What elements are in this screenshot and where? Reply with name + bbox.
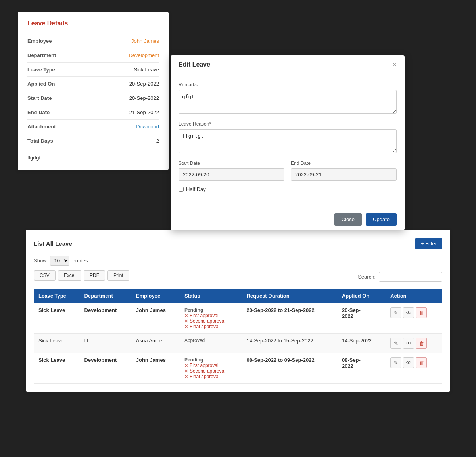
action-icons: ✎👁🗑 xyxy=(390,338,438,349)
detail-label: Department xyxy=(27,52,56,58)
detail-value: John James xyxy=(131,38,159,44)
leave-type-cell: Sick Leave xyxy=(34,334,80,353)
detail-label: Attachment xyxy=(27,124,56,130)
remarks-label: Remarks xyxy=(178,82,397,88)
csv-export-button[interactable]: CSV xyxy=(34,270,56,281)
search-label: Search: xyxy=(358,274,376,280)
detail-row: Applied On20-Sep-2022 xyxy=(27,77,159,91)
status-cell: Approved xyxy=(180,334,242,353)
detail-label: Start Date xyxy=(27,95,52,101)
action-cell: ✎👁🗑 xyxy=(386,334,442,353)
list-header: List All Leave + Filter xyxy=(34,238,442,249)
detail-value: 20-Sep-2022 xyxy=(129,81,159,87)
detail-value: Sick Leave xyxy=(134,67,159,73)
applied-on-cell: 08-Sep-2022 xyxy=(337,353,386,384)
modal-header: Edit Leave × xyxy=(171,55,405,74)
edit-icon[interactable]: ✎ xyxy=(390,307,401,318)
leave-details-card: Leave Details EmployeeJohn JamesDepartme… xyxy=(18,12,169,170)
department-cell: Development xyxy=(80,353,131,384)
leave-reason-textarea[interactable]: ffgrtgt xyxy=(178,129,397,153)
entries-select[interactable]: 10 25 50 xyxy=(50,256,69,266)
pdf-export-button[interactable]: PDF xyxy=(84,270,105,281)
leave-table: Leave TypeDepartmentEmployeeStatusReques… xyxy=(34,289,442,384)
detail-label: Total Days xyxy=(27,138,53,144)
table-header: Leave TypeDepartmentEmployeeStatusReques… xyxy=(34,289,442,303)
view-icon[interactable]: 👁 xyxy=(403,307,414,318)
filter-button[interactable]: + Filter xyxy=(415,238,442,249)
approval-item: Second approval xyxy=(184,368,237,374)
approval-item: Final approval xyxy=(184,324,237,329)
half-day-row: Half Day xyxy=(178,186,397,192)
list-leave-panel: List All Leave + Filter Show 10 25 50 en… xyxy=(26,230,450,392)
modal-title: Edit Leave xyxy=(178,61,210,68)
view-icon[interactable]: 👁 xyxy=(403,357,414,368)
delete-icon[interactable]: 🗑 xyxy=(416,338,427,349)
detail-value: 21-Sep-2022 xyxy=(129,109,159,115)
modal-body: Remarks gfgt Leave Reason* ffgrtgt Start… xyxy=(171,74,405,208)
edit-leave-modal: Edit Leave × Remarks gfgt Leave Reason* … xyxy=(171,55,405,230)
duration-cell: 20-Sep-2022 to 21-Sep-2022 xyxy=(242,303,337,334)
status-main: Approved xyxy=(184,338,237,343)
leave-type-cell: Sick Leave xyxy=(34,353,80,384)
half-day-checkbox[interactable] xyxy=(178,187,184,192)
date-row: Start Date End Date xyxy=(178,161,397,181)
edit-icon[interactable]: ✎ xyxy=(390,357,401,368)
remarks-group: Remarks gfgt xyxy=(178,82,397,115)
table-col-status: Status xyxy=(180,289,242,303)
detail-label: Leave Type xyxy=(27,67,55,73)
table-col-request-duration: Request Duration xyxy=(242,289,337,303)
view-icon[interactable]: 👁 xyxy=(403,338,414,349)
start-date-col: Start Date xyxy=(178,161,284,181)
leave-reason-group: Leave Reason* ffgrtgt xyxy=(178,121,397,154)
table-col-applied-on: Applied On xyxy=(337,289,386,303)
show-label: Show xyxy=(34,258,47,264)
status-main: Pending xyxy=(184,307,237,313)
list-title-prefix: List xyxy=(34,240,44,247)
table-row: Sick LeaveDevelopmentJohn JamesPendingFi… xyxy=(34,353,442,384)
table-col-department: Department xyxy=(80,289,131,303)
detail-row: Leave TypeSick Leave xyxy=(27,63,159,77)
excel-export-button[interactable]: Excel xyxy=(58,270,81,281)
action-icons: ✎👁🗑 xyxy=(390,357,438,368)
detail-row: Start Date20-Sep-2022 xyxy=(27,91,159,105)
duration-cell: 08-Sep-2022 to 09-Sep-2022 xyxy=(242,353,337,384)
detail-row: AttachmentDownload xyxy=(27,120,159,134)
print-export-button[interactable]: Print xyxy=(107,270,129,281)
edit-icon[interactable]: ✎ xyxy=(390,338,401,349)
employee-cell: John James xyxy=(131,353,180,384)
half-day-label: Half Day xyxy=(186,186,206,192)
update-button[interactable]: Update xyxy=(366,213,397,226)
leave-reason-label: Leave Reason* xyxy=(178,121,397,127)
modal-footer: Close Update xyxy=(171,208,405,230)
export-buttons: CSVExcelPDFPrint xyxy=(34,270,129,281)
action-icons: ✎👁🗑 xyxy=(390,307,438,318)
search-bar: Search: xyxy=(358,272,442,282)
list-title-suffix: Leave xyxy=(55,240,72,247)
table-row: Sick LeaveITAsna AmeerApproved14-Sep-202… xyxy=(34,334,442,353)
list-title-bold: All xyxy=(46,240,54,247)
approval-item: Final approval xyxy=(184,374,237,379)
approval-item: Second approval xyxy=(184,318,237,324)
detail-row: DepartmentDevelopment xyxy=(27,48,159,63)
start-date-input[interactable] xyxy=(178,168,284,181)
remarks-textarea[interactable]: gfgt xyxy=(178,90,397,114)
detail-value[interactable]: Download xyxy=(136,124,159,130)
applied-on-cell: 14-Sep-2022 xyxy=(337,334,386,353)
search-input[interactable] xyxy=(379,272,442,282)
duration-cell: 14-Sep-2022 to 15-Sep-2022 xyxy=(242,334,337,353)
end-date-input[interactable] xyxy=(291,168,397,181)
table-col-action: Action xyxy=(386,289,442,303)
detail-label: Employee xyxy=(27,38,52,44)
employee-cell: John James xyxy=(131,303,180,334)
leave-remarks: ffgrtgt xyxy=(27,155,159,161)
delete-icon[interactable]: 🗑 xyxy=(416,307,427,318)
leave-details-title: Leave Details xyxy=(27,20,159,27)
modal-close-icon[interactable]: × xyxy=(392,61,397,68)
table-body: Sick LeaveDevelopmentJohn JamesPendingFi… xyxy=(34,303,442,384)
detail-label: End Date xyxy=(27,109,50,115)
detail-row: End Date21-Sep-2022 xyxy=(27,105,159,120)
delete-icon[interactable]: 🗑 xyxy=(416,357,427,368)
close-button[interactable]: Close xyxy=(334,213,362,226)
action-cell: ✎👁🗑 xyxy=(386,303,442,334)
detail-value: 20-Sep-2022 xyxy=(129,95,159,101)
